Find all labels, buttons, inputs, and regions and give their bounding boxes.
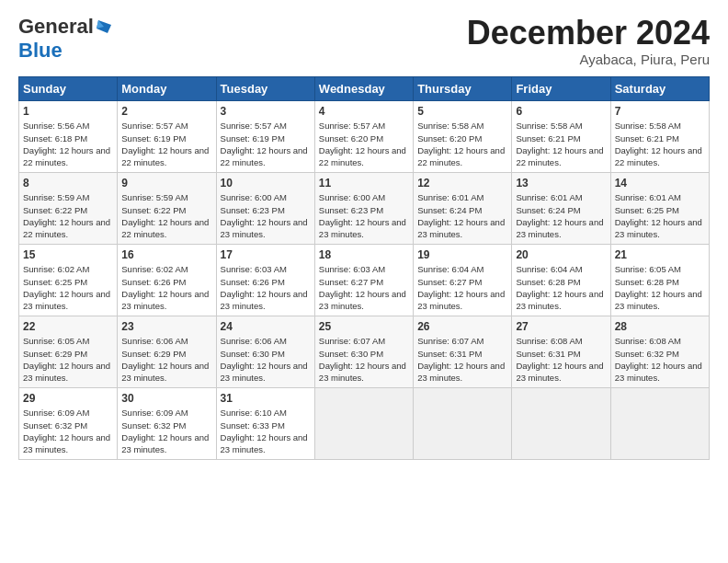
- col-monday: Monday: [118, 76, 216, 100]
- sunset-text: Sunset: 6:23 PM: [221, 205, 285, 215]
- calendar-cell: 7Sunrise: 5:58 AMSunset: 6:21 PMDaylight…: [610, 100, 709, 172]
- daylight-text: Daylight: 12 hours and 23 minutes.: [615, 361, 702, 383]
- day-number: 21: [615, 247, 705, 263]
- day-number: 10: [221, 176, 311, 191]
- day-number: 26: [417, 319, 507, 335]
- daylight-text: Daylight: 12 hours and 23 minutes.: [23, 289, 110, 311]
- sunrise-text: Sunrise: 5:58 AM: [516, 121, 582, 131]
- day-number: 18: [319, 247, 409, 263]
- logo-bird-icon: [95, 18, 111, 35]
- col-saturday: Saturday: [610, 76, 709, 100]
- sunrise-text: Sunrise: 6:05 AM: [615, 264, 681, 274]
- day-number: 5: [417, 104, 507, 120]
- calendar-cell: 10Sunrise: 6:00 AMSunset: 6:23 PMDayligh…: [216, 172, 314, 244]
- title-block: December 2024 Ayabaca, Piura, Peru: [467, 15, 710, 67]
- day-number: 9: [121, 176, 211, 191]
- calendar-cell: 24Sunrise: 6:06 AMSunset: 6:30 PMDayligh…: [216, 316, 314, 387]
- sunset-text: Sunset: 6:25 PM: [615, 205, 679, 215]
- logo-blue: Blue: [18, 39, 63, 63]
- calendar-cell: 17Sunrise: 6:03 AMSunset: 6:26 PMDayligh…: [216, 244, 314, 316]
- month-title: December 2024: [467, 15, 710, 52]
- sunrise-text: Sunrise: 6:08 AM: [615, 336, 681, 346]
- calendar-week-row: 29Sunrise: 6:09 AMSunset: 6:32 PMDayligh…: [19, 387, 710, 459]
- daylight-text: Daylight: 12 hours and 22 minutes.: [417, 145, 505, 167]
- calendar-cell: 27Sunrise: 6:08 AMSunset: 6:31 PMDayligh…: [512, 316, 610, 387]
- daylight-text: Daylight: 12 hours and 23 minutes.: [615, 289, 702, 311]
- sunrise-text: Sunrise: 5:59 AM: [23, 192, 89, 202]
- sunset-text: Sunset: 6:24 PM: [516, 205, 580, 215]
- sunset-text: Sunset: 6:26 PM: [221, 277, 285, 287]
- calendar-cell: 3Sunrise: 5:57 AMSunset: 6:19 PMDaylight…: [216, 100, 314, 172]
- sunrise-text: Sunrise: 6:05 AM: [23, 336, 89, 346]
- day-number: 15: [23, 247, 113, 263]
- day-number: 4: [319, 104, 409, 120]
- day-number: 25: [319, 319, 409, 335]
- calendar-cell: 26Sunrise: 6:07 AMSunset: 6:31 PMDayligh…: [414, 316, 512, 387]
- sunrise-text: Sunrise: 6:07 AM: [319, 336, 385, 346]
- calendar-cell: 16Sunrise: 6:02 AMSunset: 6:26 PMDayligh…: [118, 244, 216, 316]
- day-number: 6: [516, 104, 606, 120]
- sunrise-text: Sunrise: 6:01 AM: [417, 192, 483, 202]
- calendar-cell: 9Sunrise: 5:59 AMSunset: 6:22 PMDaylight…: [118, 172, 216, 244]
- calendar-header: General Blue December 2024 Ayabaca, Piur…: [18, 15, 710, 67]
- day-number: 3: [221, 104, 311, 120]
- location: Ayabaca, Piura, Peru: [467, 52, 710, 67]
- daylight-text: Daylight: 12 hours and 22 minutes.: [319, 145, 406, 167]
- calendar-cell: 14Sunrise: 6:01 AMSunset: 6:25 PMDayligh…: [610, 172, 709, 244]
- col-thursday: Thursday: [414, 76, 512, 100]
- calendar-header-row: Sunday Monday Tuesday Wednesday Thursday…: [19, 76, 710, 100]
- sunrise-text: Sunrise: 6:01 AM: [615, 192, 681, 202]
- daylight-text: Daylight: 12 hours and 23 minutes.: [417, 217, 505, 239]
- calendar-cell: [314, 387, 413, 459]
- calendar-cell: [610, 387, 709, 459]
- calendar-cell: 8Sunrise: 5:59 AMSunset: 6:22 PMDaylight…: [19, 172, 118, 244]
- sunset-text: Sunset: 6:24 PM: [417, 205, 482, 215]
- sunset-text: Sunset: 6:19 PM: [221, 133, 285, 144]
- logo-general: General: [18, 15, 94, 39]
- sunrise-text: Sunrise: 6:06 AM: [221, 336, 287, 346]
- daylight-text: Daylight: 12 hours and 23 minutes.: [417, 361, 505, 383]
- calendar-cell: 22Sunrise: 6:05 AMSunset: 6:29 PMDayligh…: [19, 316, 118, 387]
- sunrise-text: Sunrise: 5:56 AM: [23, 121, 89, 131]
- calendar-cell: 19Sunrise: 6:04 AMSunset: 6:27 PMDayligh…: [414, 244, 512, 316]
- sunrise-text: Sunrise: 6:00 AM: [221, 192, 287, 202]
- daylight-text: Daylight: 12 hours and 23 minutes.: [221, 217, 308, 239]
- sunset-text: Sunset: 6:33 PM: [221, 420, 285, 431]
- sunset-text: Sunset: 6:26 PM: [121, 277, 186, 287]
- sunset-text: Sunset: 6:23 PM: [319, 205, 383, 215]
- day-number: 17: [221, 247, 311, 263]
- col-friday: Friday: [512, 76, 610, 100]
- sunset-text: Sunset: 6:29 PM: [121, 349, 186, 359]
- daylight-text: Daylight: 12 hours and 23 minutes.: [319, 289, 406, 311]
- calendar-table: Sunday Monday Tuesday Wednesday Thursday…: [18, 76, 710, 460]
- calendar-cell: 1Sunrise: 5:56 AMSunset: 6:18 PMDaylight…: [19, 100, 118, 172]
- day-number: 22: [23, 319, 113, 335]
- sunset-text: Sunset: 6:32 PM: [23, 420, 87, 431]
- daylight-text: Daylight: 12 hours and 23 minutes.: [516, 361, 603, 383]
- daylight-text: Daylight: 12 hours and 22 minutes.: [516, 145, 603, 167]
- sunset-text: Sunset: 6:27 PM: [319, 277, 383, 287]
- daylight-text: Daylight: 12 hours and 23 minutes.: [121, 432, 209, 454]
- sunrise-text: Sunrise: 6:01 AM: [516, 192, 582, 202]
- calendar-cell: 15Sunrise: 6:02 AMSunset: 6:25 PMDayligh…: [19, 244, 118, 316]
- sunset-text: Sunset: 6:20 PM: [417, 133, 482, 144]
- calendar-cell: 11Sunrise: 6:00 AMSunset: 6:23 PMDayligh…: [314, 172, 413, 244]
- daylight-text: Daylight: 12 hours and 23 minutes.: [23, 361, 110, 383]
- day-number: 30: [121, 391, 211, 407]
- daylight-text: Daylight: 12 hours and 23 minutes.: [516, 217, 603, 239]
- day-number: 19: [417, 247, 507, 263]
- logo: General Blue: [18, 15, 112, 63]
- sunset-text: Sunset: 6:21 PM: [516, 133, 580, 144]
- sunrise-text: Sunrise: 6:06 AM: [121, 336, 188, 346]
- calendar-week-row: 1Sunrise: 5:56 AMSunset: 6:18 PMDaylight…: [19, 100, 710, 172]
- sunrise-text: Sunrise: 6:09 AM: [121, 408, 188, 418]
- day-number: 24: [221, 319, 311, 335]
- sunrise-text: Sunrise: 6:10 AM: [221, 408, 287, 418]
- sunset-text: Sunset: 6:22 PM: [121, 205, 186, 215]
- calendar-cell: 21Sunrise: 6:05 AMSunset: 6:28 PMDayligh…: [610, 244, 709, 316]
- calendar-cell: 12Sunrise: 6:01 AMSunset: 6:24 PMDayligh…: [414, 172, 512, 244]
- day-number: 16: [121, 247, 211, 263]
- sunset-text: Sunset: 6:19 PM: [121, 133, 186, 144]
- col-wednesday: Wednesday: [314, 76, 413, 100]
- calendar-week-row: 15Sunrise: 6:02 AMSunset: 6:25 PMDayligh…: [19, 244, 710, 316]
